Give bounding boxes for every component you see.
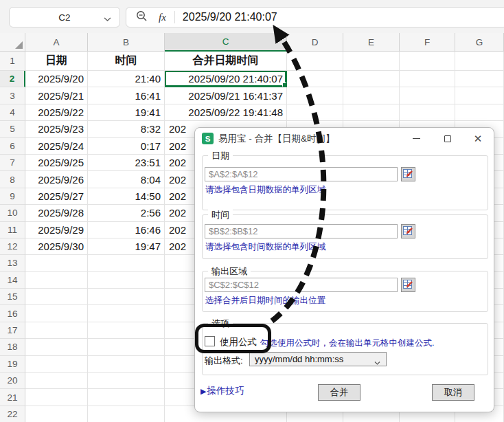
grid-cell-B20[interactable] bbox=[88, 373, 165, 389]
grid-cell-A5[interactable]: 2025/9/23 bbox=[25, 121, 88, 137]
fill-handle[interactable] bbox=[282, 82, 287, 87]
column-header-A[interactable]: A bbox=[25, 33, 88, 52]
grid-cell-A3[interactable]: 2025/9/21 bbox=[25, 87, 88, 104]
grid-cell-B3[interactable]: 16:41 bbox=[88, 87, 165, 104]
row-header-9[interactable]: 9 bbox=[0, 188, 25, 205]
grid-cell-B13[interactable] bbox=[88, 255, 165, 271]
grid-cell-B15[interactable] bbox=[88, 289, 165, 305]
grid-cell-A10[interactable]: 2025/9/28 bbox=[25, 205, 88, 221]
grid-cell-B9[interactable]: 14:50 bbox=[88, 188, 165, 205]
row-header-22[interactable]: 22 bbox=[0, 406, 25, 422]
grid-cell-B7[interactable]: 23:51 bbox=[88, 155, 165, 171]
grid-cell-D2[interactable] bbox=[287, 71, 343, 87]
grid-cell-A15[interactable] bbox=[25, 289, 88, 305]
row-header-20[interactable]: 20 bbox=[0, 373, 25, 389]
row-header-11[interactable]: 11 bbox=[0, 222, 25, 238]
grid-cell-A18[interactable] bbox=[25, 339, 88, 355]
row-header-14[interactable]: 14 bbox=[0, 272, 25, 289]
grid-cell-D4[interactable] bbox=[287, 104, 343, 121]
column-header-G[interactable]: G bbox=[455, 33, 504, 52]
formula-bar-value[interactable]: 2025/9/20 21:40:07 bbox=[183, 11, 277, 23]
date-range-input[interactable]: $A$2:$A$12 bbox=[205, 167, 398, 181]
row-header-21[interactable]: 21 bbox=[0, 389, 25, 406]
grid-cell-F1[interactable] bbox=[400, 52, 455, 71]
grid-cell-A8[interactable]: 2025/9/26 bbox=[25, 171, 88, 188]
maximize-button[interactable] bbox=[439, 131, 456, 146]
grid-cell-G2[interactable] bbox=[455, 71, 504, 87]
output-format-select[interactable]: yyyy/mm/dd hh:mm:ss bbox=[249, 352, 387, 366]
grid-cell-B16[interactable] bbox=[88, 305, 165, 322]
merge-button[interactable]: 合并 bbox=[318, 384, 360, 401]
row-header-7[interactable]: 7 bbox=[0, 155, 25, 171]
name-box[interactable]: C2 bbox=[9, 7, 120, 27]
row-header-8[interactable]: 8 bbox=[0, 171, 25, 188]
grid-cell-B5[interactable]: 8:32 bbox=[88, 121, 165, 137]
grid-cell-B17[interactable] bbox=[88, 322, 165, 339]
grid-cell-A20[interactable] bbox=[25, 373, 88, 389]
grid-cell-A16[interactable] bbox=[25, 305, 88, 322]
grid-cell-A9[interactable]: 2025/9/27 bbox=[25, 188, 88, 205]
grid-cell-B1[interactable]: 时间 bbox=[88, 52, 165, 71]
grid-cell-B21[interactable] bbox=[88, 389, 165, 406]
grid-cell-E1[interactable] bbox=[343, 52, 400, 71]
grid-cell-B14[interactable] bbox=[88, 272, 165, 289]
grid-cell-A21[interactable] bbox=[25, 389, 88, 406]
grid-cell-C4[interactable]: 2025/09/22 19:41:48 bbox=[165, 104, 287, 121]
grid-cell-A2[interactable]: 2025/9/20 bbox=[25, 71, 88, 87]
grid-cell-F3[interactable] bbox=[400, 87, 455, 104]
row-header-19[interactable]: 19 bbox=[0, 356, 25, 373]
column-header-E[interactable]: E bbox=[343, 33, 400, 52]
zoom-icon[interactable] bbox=[136, 10, 148, 25]
grid-cell-E4[interactable] bbox=[343, 104, 400, 121]
row-header-4[interactable]: 4 bbox=[0, 104, 25, 121]
row-header-3[interactable]: 3 bbox=[0, 87, 25, 104]
grid-cell-B4[interactable]: 19:41 bbox=[88, 104, 165, 121]
grid-cell-B10[interactable]: 2:56 bbox=[88, 205, 165, 221]
grid-cell-A17[interactable] bbox=[25, 322, 88, 339]
range-picker-icon[interactable] bbox=[401, 167, 415, 181]
chevron-down-icon[interactable] bbox=[104, 14, 111, 24]
grid-cell-A19[interactable] bbox=[25, 356, 88, 373]
grid-cell-C3[interactable]: 2025/09/21 16:41:37 bbox=[165, 87, 287, 104]
minimize-button[interactable] bbox=[408, 131, 424, 146]
grid-cell-E2[interactable] bbox=[343, 71, 400, 87]
row-header-6[interactable]: 6 bbox=[0, 138, 25, 155]
row-header-13[interactable]: 13 bbox=[0, 255, 25, 271]
row-header-10[interactable]: 10 bbox=[0, 205, 25, 221]
grid-cell-A7[interactable]: 2025/9/25 bbox=[25, 155, 88, 171]
row-header-18[interactable]: 18 bbox=[0, 339, 25, 355]
grid-cell-A22[interactable] bbox=[25, 406, 88, 422]
grid-cell-A11[interactable]: 2025/9/29 bbox=[25, 222, 88, 238]
grid-cell-B18[interactable] bbox=[88, 339, 165, 355]
grid-cell-B22[interactable] bbox=[88, 406, 165, 422]
time-range-input[interactable]: $B$2:$B$12 bbox=[205, 224, 398, 238]
grid-cell-B8[interactable]: 8:04 bbox=[88, 171, 165, 188]
grid-cell-A6[interactable]: 2025/9/24 bbox=[25, 138, 88, 155]
output-range-input[interactable]: $C$2:$C$12 bbox=[205, 278, 398, 292]
grid-cell-C2[interactable]: 2025/09/20 21:40:07 bbox=[165, 71, 287, 87]
use-formula-checkbox[interactable] bbox=[205, 336, 215, 346]
grid-cell-A4[interactable]: 2025/9/22 bbox=[25, 104, 88, 121]
grid-cell-B6[interactable]: 0:17 bbox=[88, 138, 165, 155]
row-header-16[interactable]: 16 bbox=[0, 305, 25, 322]
grid-cell-G4[interactable] bbox=[455, 104, 504, 121]
formula-bar[interactable]: fx 2025/9/20 21:40:07 bbox=[126, 7, 504, 27]
grid-cell-F4[interactable] bbox=[400, 104, 455, 121]
grid-cell-A1[interactable]: 日期 bbox=[25, 52, 88, 71]
grid-cell-G3[interactable] bbox=[455, 87, 504, 104]
fx-icon[interactable]: fx bbox=[159, 12, 166, 23]
grid-cell-A13[interactable] bbox=[25, 255, 88, 271]
row-header-5[interactable]: 5 bbox=[0, 121, 25, 137]
grid-cell-E3[interactable] bbox=[343, 87, 400, 104]
grid-cell-B2[interactable]: 21:40 bbox=[88, 71, 165, 87]
grid-cell-B12[interactable]: 19:47 bbox=[88, 238, 165, 255]
tips-link[interactable]: ▶ 操作技巧 bbox=[201, 385, 244, 397]
range-picker-icon[interactable] bbox=[401, 278, 415, 292]
column-header-D[interactable]: D bbox=[287, 33, 343, 52]
grid-cell-D3[interactable] bbox=[287, 87, 343, 104]
row-header-12[interactable]: 12 bbox=[0, 238, 25, 255]
select-all-corner[interactable] bbox=[0, 33, 25, 52]
grid-cell-B11[interactable]: 16:46 bbox=[88, 222, 165, 238]
grid-cell-G1[interactable] bbox=[455, 52, 504, 71]
column-header-C[interactable]: C bbox=[165, 33, 287, 52]
